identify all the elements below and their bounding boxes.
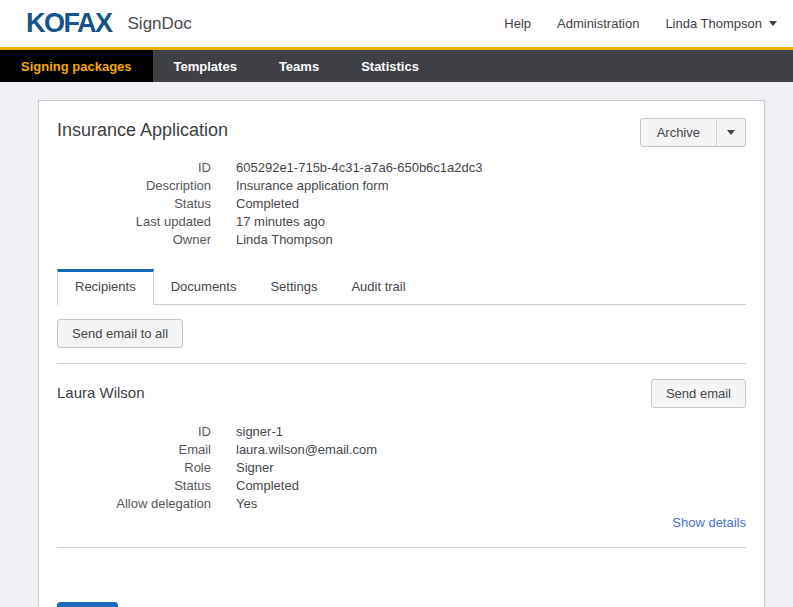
chevron-down-icon (769, 21, 777, 26)
detail-label: Last updated (57, 214, 211, 229)
recipient-details: ID signer-1 Email laura.wilson@email.com… (57, 424, 746, 511)
recipient-status-value: Completed (236, 478, 746, 493)
main-nav: Signing packages Templates Teams Statist… (0, 50, 793, 82)
send-email-to-all-button[interactable]: Send email to all (57, 319, 183, 348)
recipient-name: Laura Wilson (57, 379, 145, 401)
detail-label: Owner (57, 232, 211, 247)
page-title: Insurance Application (57, 118, 228, 141)
back-button[interactable]: Back (57, 602, 118, 607)
show-details-link[interactable]: Show details (672, 515, 746, 530)
recipient-email-value: laura.wilson@email.com (236, 442, 746, 457)
tab-recipients[interactable]: Recipients (57, 269, 154, 305)
archive-split-button: Archive (640, 118, 746, 147)
nav-item-signing-packages[interactable]: Signing packages (0, 50, 153, 82)
detail-label: Allow delegation (57, 496, 211, 511)
kofax-logo[interactable]: KOFAX (26, 8, 112, 39)
detail-label: Status (57, 478, 211, 493)
tab-documents[interactable]: Documents (154, 270, 254, 304)
tab-settings[interactable]: Settings (253, 270, 334, 304)
help-link[interactable]: Help (504, 16, 531, 31)
recipient-role-value: Signer (236, 460, 746, 475)
package-owner-value: Linda Thompson (236, 232, 746, 247)
user-menu[interactable]: Linda Thompson (665, 16, 777, 31)
package-description-value: Insurance application form (236, 178, 746, 193)
package-id-value: 605292e1-715b-4c31-a7a6-650b6c1a2dc3 (236, 160, 746, 175)
header-links: Help Administration Linda Thompson (504, 16, 777, 31)
package-status-value: Completed (236, 196, 746, 211)
package-header: Insurance Application Archive (57, 118, 746, 147)
administration-link[interactable]: Administration (557, 16, 639, 31)
recipient-header: Laura Wilson Send email (57, 364, 746, 408)
recipient-id-value: signer-1 (236, 424, 746, 439)
tab-audit-trail[interactable]: Audit trail (334, 270, 422, 304)
detail-label: ID (57, 424, 211, 439)
chevron-down-icon (727, 130, 735, 135)
show-details-row: Show details (57, 513, 746, 531)
detail-label: Email (57, 442, 211, 457)
archive-dropdown-button[interactable] (716, 118, 746, 147)
app-header: KOFAX SignDoc Help Administration Linda … (0, 0, 793, 47)
logo-group: KOFAX SignDoc (26, 8, 192, 39)
main-content: Insurance Application Archive ID 605292e… (0, 100, 793, 607)
detail-label: Description (57, 178, 211, 193)
recipient-section: Laura Wilson Send email ID signer-1 Emai… (57, 364, 746, 531)
archive-button[interactable]: Archive (640, 118, 717, 147)
nav-item-statistics[interactable]: Statistics (340, 50, 440, 82)
user-name: Linda Thompson (665, 16, 762, 31)
recipients-tab-panel: Send email to all Laura Wilson Send emai… (57, 305, 746, 548)
detail-label: ID (57, 160, 211, 175)
package-card: Insurance Application Archive ID 605292e… (38, 100, 765, 607)
package-tabs: Recipients Documents Settings Audit trai… (57, 269, 746, 305)
package-details: ID 605292e1-715b-4c31-a7a6-650b6c1a2dc3 … (57, 160, 746, 247)
recipient-allow-delegation-value: Yes (236, 496, 746, 511)
nav-item-templates[interactable]: Templates (153, 50, 258, 82)
section-divider (57, 547, 746, 548)
package-last-updated-value: 17 minutes ago (236, 214, 746, 229)
detail-label: Role (57, 460, 211, 475)
app-name: SignDoc (128, 14, 192, 34)
detail-label: Status (57, 196, 211, 211)
send-email-button[interactable]: Send email (651, 379, 746, 408)
nav-item-teams[interactable]: Teams (258, 50, 340, 82)
